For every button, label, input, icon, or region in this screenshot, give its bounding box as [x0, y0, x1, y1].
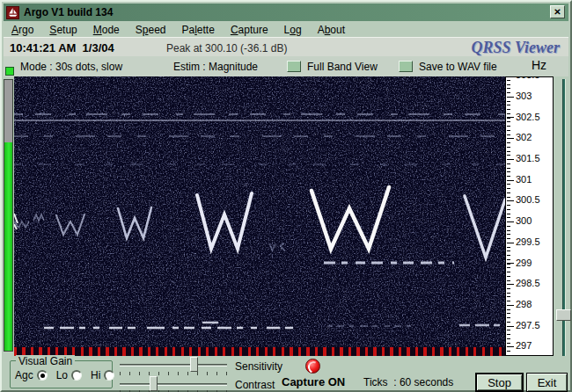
sailboat-icon	[6, 6, 19, 19]
full-band-view-label: Full Band View	[307, 61, 378, 73]
radio-lo[interactable]	[71, 370, 82, 381]
menu-capture[interactable]: Capture	[223, 24, 276, 36]
sensitivity-slider[interactable]	[120, 359, 227, 370]
app-window: Argo V1 build 134 ✕ Argo Setup Mode Spee…	[0, 0, 572, 392]
freq-label: 303.5	[516, 76, 540, 80]
freq-label: 302.5	[516, 113, 540, 122]
menu-mode[interactable]: Mode	[85, 24, 128, 36]
time-tick-row	[14, 347, 505, 356]
clock-datetime: 10:41:21 AM 1/3/04	[10, 41, 114, 54]
visual-gain-group: Visual Gain Agc Lo Hi	[10, 360, 113, 388]
freq-label: 298	[516, 300, 532, 309]
freq-label: 303	[516, 91, 532, 101]
vslider-thumb[interactable]	[556, 309, 571, 321]
sensitivity-ticks	[120, 372, 227, 375]
vslider-groove	[562, 79, 566, 364]
capture-led-icon	[305, 359, 320, 374]
status-bar: 10:41:21 AM 1/3/04 Peak at 300.10 (-36.1…	[4, 37, 568, 56]
capture-status: Capture ON	[282, 375, 345, 388]
waterfall-graphics	[14, 76, 505, 356]
spectrogram-waterfall[interactable]	[14, 76, 505, 356]
close-button[interactable]: ✕	[550, 5, 565, 18]
full-band-view-button[interactable]	[287, 61, 301, 72]
menu-argo[interactable]: Argo	[4, 24, 41, 36]
menu-speed[interactable]: Speed	[128, 24, 174, 36]
sensitivity-track	[120, 364, 227, 367]
freq-label: 301	[516, 175, 532, 185]
scale-major-ticks	[507, 76, 514, 356]
visual-gain-title: Visual Gain	[16, 355, 75, 367]
visual-gain-options: Agc Lo Hi	[15, 369, 120, 381]
mode-bar: Mode : 30s dots, slow Estim : Magnitude …	[4, 56, 568, 76]
stop-button[interactable]: Stop	[475, 373, 524, 392]
freq-label: 297	[516, 341, 532, 351]
title-bar[interactable]: Argo V1 build 134 ✕	[4, 4, 568, 21]
contrast-thumb[interactable]	[150, 376, 158, 391]
freq-label: 299	[516, 258, 532, 268]
frequency-scale: 303.5 303 302.5 302 301.5 301 300.5 300 …	[505, 76, 554, 356]
freq-label: 300	[516, 216, 532, 226]
freq-label: 301.5	[516, 154, 540, 163]
input-level-fill	[4, 142, 12, 351]
window-title: Argo V1 build 134	[24, 6, 113, 18]
save-wav-button[interactable]	[399, 61, 413, 72]
menu-setup[interactable]: Setup	[41, 24, 84, 36]
freq-label: 300.5	[516, 195, 540, 205]
control-panel: Visual Gain Agc Lo Hi Sensitivity Contra…	[4, 356, 568, 390]
mode-readout: Mode : 30s dots, slow	[20, 61, 122, 73]
radio-label-lo: Lo	[56, 369, 68, 381]
qrss-viewer-logo: QRSS Viewer	[471, 39, 560, 57]
freq-label: 299.5	[516, 237, 540, 247]
sensitivity-label: Sensitivity	[235, 360, 282, 373]
freq-label: 298.5	[516, 279, 540, 288]
freq-label: 302	[516, 133, 532, 142]
radio-label-hi: Hi	[91, 369, 100, 381]
ticks-readout: Ticks : 60 seconds	[363, 376, 453, 388]
input-level-meter	[4, 79, 13, 352]
estim-readout: Estim : Magnitude	[173, 61, 258, 73]
freq-label: 297.5	[516, 321, 540, 330]
save-wav-label: Save to WAV file	[419, 61, 497, 73]
contrast-track	[120, 383, 227, 386]
menu-bar: Argo Setup Mode Speed Palette Capture Lo…	[4, 22, 568, 37]
sailboat-glyph	[7, 7, 18, 18]
hz-unit-label: Hz	[532, 58, 546, 72]
noise-layer-2	[14, 76, 505, 356]
frequency-offset-slider[interactable]	[555, 79, 572, 364]
menu-log[interactable]: Log	[276, 24, 310, 36]
activity-led-icon	[5, 67, 14, 76]
radio-agc[interactable]	[37, 370, 48, 381]
contrast-slider[interactable]	[120, 379, 227, 389]
radio-label-agc: Agc	[15, 369, 33, 381]
menu-palette[interactable]: Palette	[174, 24, 223, 36]
radio-hi[interactable]	[104, 370, 114, 381]
sensitivity-thumb[interactable]	[190, 357, 198, 372]
peak-readout: Peak at 300.10 (-36.1 dB)	[166, 42, 287, 54]
menu-about[interactable]: About	[310, 24, 353, 36]
contrast-label: Contrast	[235, 379, 275, 391]
exit-button[interactable]: Exit	[526, 373, 568, 392]
